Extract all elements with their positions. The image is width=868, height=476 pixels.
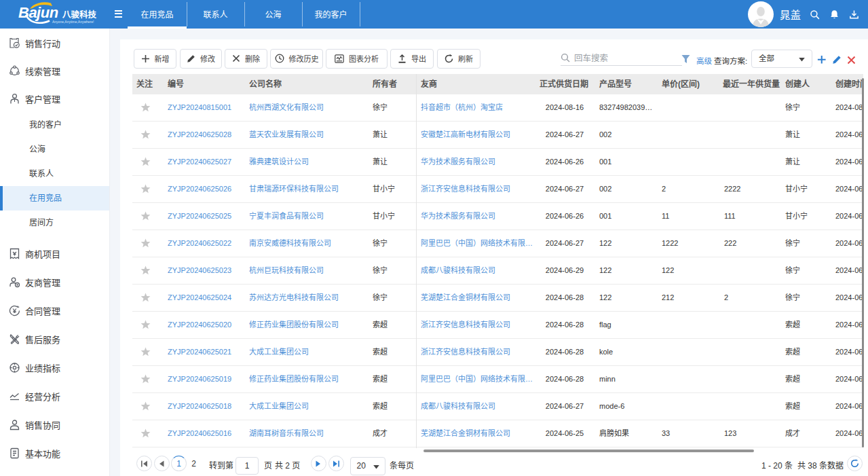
svg-text:Bajun: Bajun	[18, 4, 58, 21]
svg-text:Anyone,Anytime,Anywhere!: Anyone,Anytime,Anywhere!	[52, 20, 94, 24]
svg-text:八骏科技: 八骏科技	[62, 10, 97, 20]
